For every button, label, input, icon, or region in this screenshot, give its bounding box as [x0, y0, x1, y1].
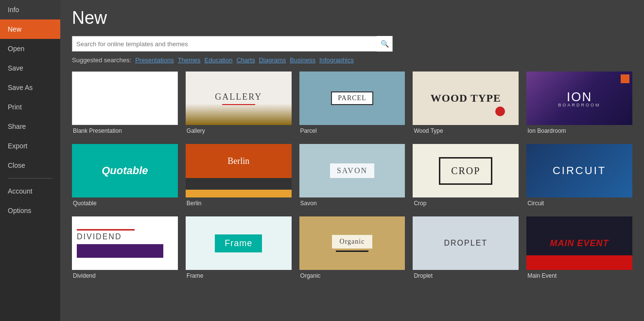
template-crop-label: Crop [413, 200, 519, 207]
template-ion[interactable]: ION BOARDROOM Ion Boardroom [526, 71, 632, 134]
thumb-gallery: GALLERY [186, 71, 292, 125]
template-organic-label: Organic [299, 272, 405, 279]
suggested-link-diagrams[interactable]: Diagrams [259, 56, 286, 64]
thumb-quotable: Quotable [72, 144, 178, 197]
sidebar-item-open[interactable]: Open [0, 39, 60, 58]
template-berlin[interactable]: Berlin Berlin [186, 144, 292, 207]
template-main-event-label: Main Event [526, 272, 632, 279]
template-berlin-label: Berlin [186, 200, 292, 207]
thumb-organic: Organic [299, 216, 405, 270]
ion-corner-decoration [621, 74, 629, 83]
suggested-link-business[interactable]: Business [290, 56, 315, 64]
template-frame[interactable]: Frame Frame [186, 216, 292, 279]
suggested-label: Suggested searches: [72, 56, 131, 64]
template-blank[interactable]: Blank Presentation [72, 71, 178, 134]
thumb-dividend: DIVIDEND [72, 216, 178, 270]
berlin-orange: Berlin [186, 144, 292, 178]
template-parcel[interactable]: PARCEL Parcel [299, 71, 405, 134]
sidebar: Info New Open Save Save As Print Share E… [0, 0, 60, 321]
template-savon-label: Savon [299, 200, 405, 207]
gallery-line [222, 104, 255, 105]
savon-title-text: SAVON [337, 166, 367, 175]
suggested-searches: Suggested searches: Presentations Themes… [72, 56, 632, 64]
organic-box: Organic [332, 235, 373, 249]
template-circuit[interactable]: CIRCUIT Circuit [526, 144, 632, 207]
thumb-frame: Frame [186, 216, 292, 270]
sidebar-item-print[interactable]: Print [0, 97, 60, 117]
berlin-wrapper: Berlin [186, 144, 292, 197]
search-button[interactable]: 🔍 [377, 36, 392, 52]
template-droplet-label: Droplet [413, 272, 519, 279]
template-savon[interactable]: SAVON Savon [299, 144, 405, 207]
template-circuit-label: Circuit [526, 200, 632, 207]
template-frame-label: Frame [186, 272, 292, 279]
sidebar-item-new[interactable]: New [0, 19, 60, 39]
template-wood-type[interactable]: WOOD TYPE Wood Type [413, 71, 519, 134]
dividend-title-text: DIVIDEND [77, 232, 122, 241]
suggested-link-infographics[interactable]: Infographics [319, 56, 354, 64]
dividend-bar [77, 244, 163, 258]
thumb-berlin: Berlin [186, 144, 292, 197]
crop-border: CROP [439, 157, 492, 185]
thumb-droplet: DROPLET [413, 216, 519, 270]
main-content: New 🔍 Suggested searches: Presentations … [60, 0, 644, 321]
suggested-link-presentations[interactable]: Presentations [135, 56, 174, 64]
thumb-savon: SAVON [299, 144, 405, 197]
dividend-line [77, 229, 135, 231]
suggested-link-themes[interactable]: Themes [178, 56, 201, 64]
template-organic[interactable]: Organic Organic [299, 216, 405, 279]
sidebar-divider [8, 178, 52, 178]
frame-box: Frame [215, 234, 262, 252]
ion-sub-text: BOARDROOM [558, 103, 601, 107]
sidebar-item-save[interactable]: Save [0, 58, 60, 78]
suggested-link-charts[interactable]: Charts [236, 56, 255, 64]
search-input[interactable] [72, 40, 377, 48]
template-ion-label: Ion Boardroom [526, 127, 632, 134]
page-title: New [72, 8, 632, 28]
droplet-title-text: DROPLET [444, 239, 488, 248]
template-wood-type-label: Wood Type [413, 127, 519, 134]
crop-title-text: CROP [451, 165, 480, 176]
thumb-circuit: CIRCUIT [526, 144, 632, 197]
thumb-parcel: PARCEL [299, 71, 405, 125]
template-quotable[interactable]: Quotable Quotable [72, 144, 178, 207]
main-event-bar [526, 255, 632, 270]
berlin-stripe [186, 178, 292, 190]
template-crop[interactable]: CROP Crop [413, 144, 519, 207]
template-main-event[interactable]: MAIN EVENT Main Event [526, 216, 632, 279]
quotable-arrow [82, 187, 95, 194]
template-gallery-label: Gallery [186, 127, 292, 134]
sidebar-item-options[interactable]: Options [0, 201, 60, 220]
berlin-title-text: Berlin [227, 156, 249, 166]
thumb-crop: CROP [413, 144, 519, 197]
templates-grid: Blank Presentation GALLERY Gallery PARCE… [72, 71, 632, 279]
wood-type-text: WOOD TYPE [431, 92, 501, 104]
template-dividend-label: Dividend [72, 272, 178, 279]
circuit-title-text: CIRCUIT [553, 164, 606, 177]
thumb-blank [72, 71, 178, 125]
parcel-box: PARCEL [331, 91, 373, 105]
suggested-link-education[interactable]: Education [205, 56, 233, 64]
thumb-wood-type: WOOD TYPE [413, 71, 519, 125]
berlin-bottom [186, 190, 292, 197]
template-blank-label: Blank Presentation [72, 127, 178, 134]
template-parcel-label: Parcel [299, 127, 405, 134]
wood-circle-decoration [495, 107, 505, 116]
thumb-main-event: MAIN EVENT [526, 216, 632, 270]
sidebar-item-info[interactable]: Info [0, 0, 60, 19]
template-quotable-label: Quotable [72, 200, 178, 207]
search-bar: 🔍 [72, 36, 393, 52]
organic-line [336, 250, 368, 252]
sidebar-item-save-as[interactable]: Save As [0, 78, 60, 97]
template-droplet[interactable]: DROPLET Droplet [413, 216, 519, 279]
sidebar-item-export[interactable]: Export [0, 136, 60, 156]
quotable-title-text: Quotable [102, 164, 148, 177]
gallery-title-text: GALLERY [215, 92, 262, 102]
sidebar-item-share[interactable]: Share [0, 117, 60, 136]
template-gallery[interactable]: GALLERY Gallery [186, 71, 292, 134]
thumb-ion: ION BOARDROOM [526, 71, 632, 125]
sidebar-item-account[interactable]: Account [0, 181, 60, 201]
sidebar-item-close[interactable]: Close [0, 156, 60, 175]
savon-inner: SAVON [330, 163, 374, 178]
template-dividend[interactable]: DIVIDEND Dividend [72, 216, 178, 279]
